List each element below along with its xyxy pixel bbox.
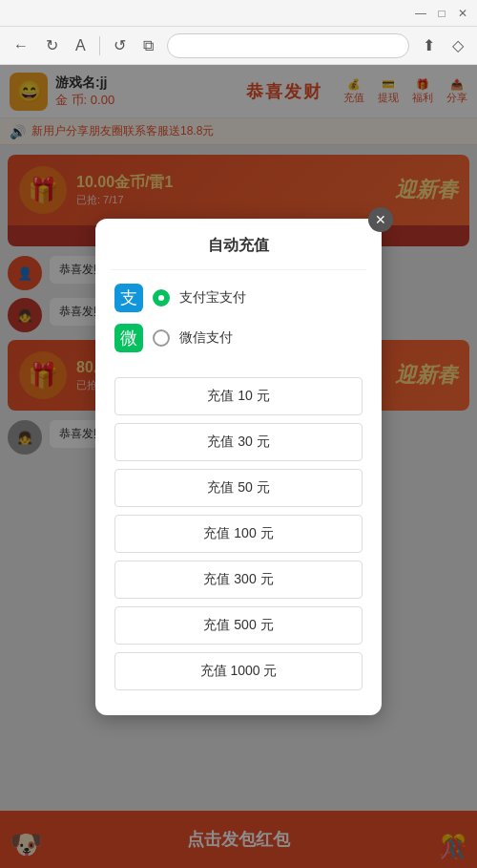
wechat-option[interactable]: 微 微信支付 bbox=[114, 324, 363, 352]
alipay-label: 支付宝支付 bbox=[179, 289, 246, 307]
recharge-10-button[interactable]: 充值 10 元 bbox=[114, 377, 363, 415]
modal-close-button[interactable]: ✕ bbox=[368, 207, 393, 232]
alipay-icon: 支 bbox=[114, 284, 143, 312]
toolbar-right: ⬆ ◇ bbox=[419, 34, 467, 56]
recharge-options: 充值 10 元 充值 30 元 充值 50 元 充值 100 元 充值 300 … bbox=[95, 371, 382, 696]
recharge-modal: ✕ 自动充值 支 支付宝支付 微 bbox=[95, 219, 382, 715]
modal-title: 自动充值 bbox=[95, 219, 382, 269]
address-bar[interactable] bbox=[167, 33, 409, 58]
alipay-option[interactable]: 支 支付宝支付 bbox=[114, 284, 363, 312]
minimize-button[interactable]: — bbox=[414, 7, 427, 20]
recharge-500-button[interactable]: 充值 500 元 bbox=[114, 606, 363, 645]
share-browser-button[interactable]: ⬆ bbox=[419, 34, 439, 56]
recharge-1000-button[interactable]: 充值 1000 元 bbox=[114, 652, 363, 690]
payment-options: 支 支付宝支付 微 微信支付 bbox=[95, 270, 382, 371]
close-icon: ✕ bbox=[375, 212, 386, 227]
modal-overlay[interactable]: ✕ 自动充值 支 支付宝支付 微 bbox=[0, 65, 477, 868]
maximize-button[interactable]: □ bbox=[435, 7, 448, 20]
wechat-label: 微信支付 bbox=[179, 329, 233, 347]
history-button[interactable]: ↺ bbox=[110, 34, 130, 56]
extensions-button[interactable]: ◇ bbox=[448, 34, 467, 56]
alipay-radio[interactable] bbox=[153, 289, 170, 307]
recharge-30-button[interactable]: 充值 30 元 bbox=[114, 423, 363, 461]
recharge-50-button[interactable]: 充值 50 元 bbox=[114, 469, 363, 507]
back-button[interactable]: ← bbox=[10, 35, 32, 56]
recharge-100-button[interactable]: 充值 100 元 bbox=[114, 515, 363, 553]
toolbar-divider bbox=[99, 36, 100, 55]
recharge-300-button[interactable]: 充值 300 元 bbox=[114, 561, 363, 599]
wechat-icon: 微 bbox=[114, 324, 143, 352]
font-button[interactable]: A bbox=[72, 35, 90, 56]
browser-titlebar: — □ ✕ bbox=[0, 0, 477, 27]
tabs-button[interactable]: ⧉ bbox=[139, 35, 157, 56]
close-window-button[interactable]: ✕ bbox=[456, 7, 469, 20]
wechat-radio[interactable] bbox=[153, 329, 170, 347]
browser-toolbar: ← ↻ A ↺ ⧉ ⬆ ◇ bbox=[0, 27, 477, 65]
refresh-button[interactable]: ↻ bbox=[42, 34, 62, 56]
app-content: 😄 游戏名:jj 金 币: 0.00 恭 喜 发 财 💰 充值 bbox=[0, 65, 477, 868]
